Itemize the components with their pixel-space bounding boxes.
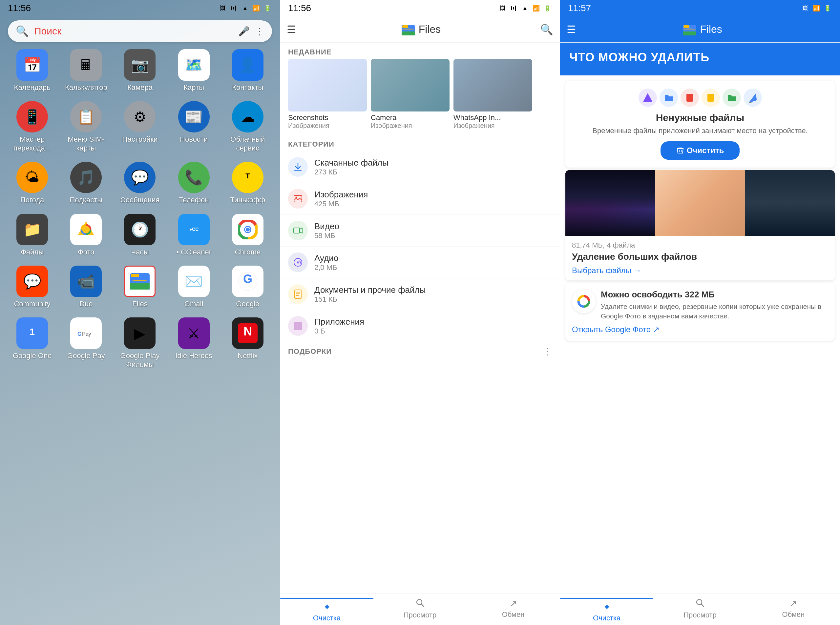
junk-clean-button[interactable]: Очистить [661, 141, 740, 160]
sim-icon: 📋 [70, 101, 102, 132]
large-files-link[interactable]: Выбрать файлы → [572, 266, 828, 275]
app-google[interactable]: G Google [225, 266, 271, 308]
gphotos-text-block: Можно освободить 322 МБ Удалите снимки и… [601, 289, 828, 321]
app-community[interactable]: 💬 Community [9, 266, 55, 308]
community-icon: 💬 [16, 266, 48, 297]
app-settings[interactable]: ⚙ Настройки [117, 101, 163, 152]
more-options-icon[interactable]: ⋮ [255, 26, 264, 37]
app-gmail[interactable]: ✉️ Gmail [171, 266, 217, 308]
menu-icon[interactable]: ☰ [287, 23, 296, 36]
large-files-card[interactable]: 81,74 МБ, 4 файла Удаление больших файло… [565, 170, 835, 280]
app-news[interactable]: 📰 Новости [171, 101, 217, 152]
app-weather[interactable]: 🌤 Погода [9, 162, 55, 204]
app-label: Мастер перехода... [9, 135, 55, 152]
app-label: Тинькофф [230, 196, 265, 204]
cleanup-topbar: ☰ Files [560, 16, 840, 43]
open-gphotos-link[interactable]: Открыть Google Фото ↗ [572, 325, 828, 334]
search-bar[interactable]: 🔍 Поиск 🎤 ⋮ [8, 20, 272, 42]
svg-rect-0 [231, 6, 232, 10]
large-files-info: 81,74 МБ, 4 файла Удаление больших файло… [565, 236, 835, 280]
app-row-top: 📅 Календарь 🖩 Калькулятор 📷 Камера 🗺️ Ка… [0, 46, 280, 95]
app-cloud[interactable]: ☁ Облачный сервис [225, 101, 271, 152]
cloud-icon: ☁ [232, 101, 263, 132]
app-sim[interactable]: 📋 Меню SIM-карты [63, 101, 109, 152]
app-duo[interactable]: 📹 Duo [63, 266, 109, 308]
app-calendar[interactable]: 📅 Календарь [9, 49, 55, 92]
weather-icon: 🌤 [16, 162, 48, 193]
svg-rect-26 [513, 7, 514, 9]
app-files-home[interactable]: 📁 Файлы [9, 214, 55, 257]
app-clock[interactable]: 🕐 Часы [117, 214, 163, 257]
app-label: Google Pay [67, 351, 105, 360]
svg-rect-54 [686, 94, 693, 102]
status-time-files: 11:56 [288, 3, 311, 14]
app-messages[interactable]: 💬 Сообщения [117, 162, 163, 204]
app-google-pay[interactable]: GPay Google Pay [63, 317, 109, 369]
nav-share-cleanup[interactable]: ↗ Обмен [747, 598, 840, 622]
files-home-icon: 📁 [16, 214, 48, 245]
files-logo-icon [401, 22, 415, 37]
browse-nav-icon [415, 598, 425, 609]
search-icon-files[interactable]: 🔍 [540, 23, 553, 36]
app-chrome[interactable]: Chrome [225, 214, 271, 257]
google-one-icon: 1 [16, 317, 48, 349]
category-downloads[interactable]: Скачанные файлы 273 КБ [280, 151, 560, 183]
docs-name: Документы и прочие файлы [314, 285, 552, 295]
app-camera[interactable]: 📷 Камера [117, 49, 163, 92]
app-idle-heroes[interactable]: ⚔ Idle Heroes [171, 317, 217, 369]
home-screen: 11:56 🖼 ▲ 📶 🔋 🔍 Поиск 🎤 ⋮ 📅 Календарь 🖩 … [0, 0, 280, 625]
nav-browse-files[interactable]: Просмотр [373, 598, 467, 622]
photo-icon-files: 🖼 [498, 5, 507, 11]
google-pay-icon: GPay [70, 317, 102, 349]
svg-rect-31 [402, 25, 408, 28]
camera-thumb [371, 59, 450, 112]
category-images[interactable]: Изображения 425 МБ [280, 183, 560, 215]
recent-camera[interactable]: Camera Изображения [371, 59, 450, 129]
recent-screenshots[interactable]: Screenshots Изображения [288, 59, 367, 129]
nav-share-files[interactable]: ↗ Обмен [467, 598, 560, 622]
large-files-photos [565, 170, 835, 236]
menu-icon-cleanup[interactable]: ☰ [567, 23, 576, 36]
svg-point-12 [246, 228, 250, 232]
photo-2 [655, 170, 745, 236]
app-label: Карты [184, 83, 204, 92]
category-apps[interactable]: Приложения 0 Б [280, 310, 560, 342]
app-ccleaner[interactable]: ●CC • CCleaner [171, 214, 217, 257]
docs-info: Документы и прочие файлы 151 КБ [314, 285, 552, 304]
app-label: Камера [127, 83, 153, 92]
app-netflix[interactable]: N Netflix [225, 317, 271, 369]
app-google-one[interactable]: 1 Google One [9, 317, 55, 369]
app-google-play-movies[interactable]: ▶ Google Play Фильмы [117, 317, 163, 369]
cleanup-scroll[interactable]: Ненужные файлы Временные файлы приложени… [560, 75, 840, 594]
app-contacts[interactable]: 👤 Контакты [225, 49, 271, 92]
photo-icon: 🖼 [218, 5, 228, 11]
status-bar-files: 11:56 🖼 ▲ 📶 🔋 [280, 0, 560, 16]
app-calculator[interactable]: 🖩 Калькулятор [63, 49, 109, 92]
files-scroll-area[interactable]: НЕДАВНИЕ Screenshots Изображения Camera [280, 43, 560, 594]
app-files-highlighted[interactable]: Files [117, 266, 163, 308]
app-transfer[interactable]: 📱 Мастер перехода... [9, 101, 55, 152]
recent-whatsapp[interactable]: WhatsApp In... Изображения [454, 59, 532, 129]
app-phone[interactable]: 📞 Телефон [171, 162, 217, 204]
svg-rect-16 [131, 274, 139, 277]
app-maps[interactable]: 🗺️ Карты [171, 49, 217, 92]
share-nav-icon: ↗ [510, 598, 517, 609]
svg-rect-55 [708, 94, 714, 102]
app-podcasts[interactable]: 🎵 Подкасты [63, 162, 109, 204]
collections-more-icon[interactable]: ⋮ [543, 346, 552, 357]
nav-cleanup-active[interactable]: ✦ Очистка [560, 598, 653, 622]
app-tinkoff[interactable]: Т Тинькофф [225, 162, 271, 204]
nav-browse-cleanup[interactable]: Просмотр [653, 598, 746, 622]
mic-icon[interactable]: 🎤 [238, 26, 250, 37]
phone-icon: 📞 [178, 162, 210, 193]
nav-cleanup-files[interactable]: ✦ Очистка [280, 598, 373, 622]
apps-size: 0 Б [314, 327, 552, 336]
app-label: Сообщения [120, 196, 159, 204]
category-video[interactable]: Видео 58 МБ [280, 215, 560, 247]
status-bar-home: 11:56 🖼 ▲ 📶 🔋 [0, 0, 280, 16]
app-label: • CCleaner [176, 248, 211, 257]
app-photos[interactable]: Фото [63, 214, 109, 257]
junk-icons [639, 89, 762, 107]
category-docs[interactable]: Документы и прочие файлы 151 КБ [280, 278, 560, 310]
category-audio[interactable]: Аудио 2,0 МБ [280, 247, 560, 278]
